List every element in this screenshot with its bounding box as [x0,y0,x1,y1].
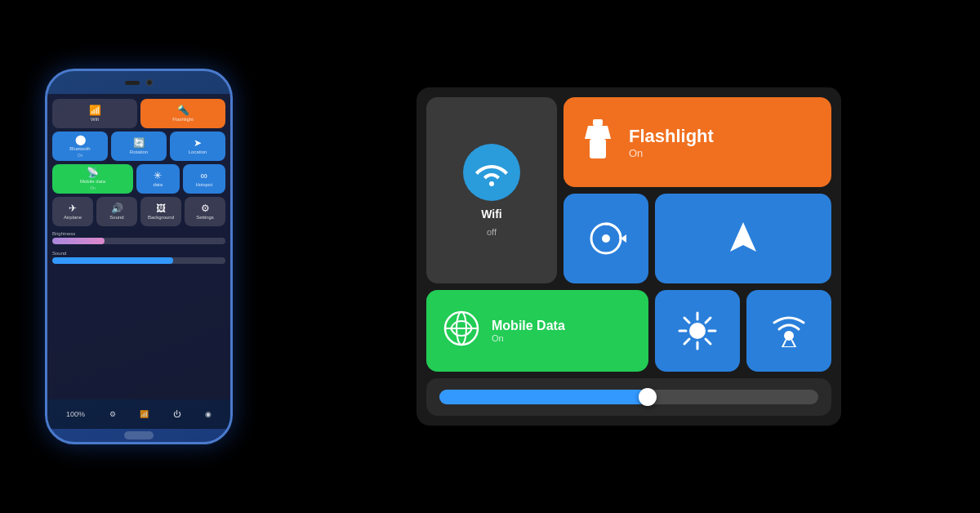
panel-flashlight-sub: On [629,147,714,159]
cp-data2-tile[interactable]: ✳ data [136,164,180,194]
cp-rotation-tile[interactable]: 🔄 Rotation [111,132,167,161]
hotspot-large-icon [769,314,808,347]
svg-line-18 [706,318,710,323]
panel-mobiledata-sub: On [492,333,565,343]
phone-power-icon: ⏻ [173,410,180,418]
control-panel: Wifi off Flashlight On [416,87,841,426]
wifi-svg-icon [474,158,510,186]
panel-slider-track[interactable] [439,390,818,404]
cp-flashlight-tile[interactable]: 🔦 Flashlight [140,99,225,128]
airplane-icon: ✈ [69,203,77,213]
cp-hotspot-label: Hotspot [195,182,212,187]
cp-rotation-label: Rotation [130,149,148,154]
settings-icon: ⚙ [201,203,210,213]
cp-airplane-tile[interactable]: ✈ Airplane [52,197,93,226]
phone-screen: 📶 Wifi 🔦 Flashlight ⬤ Bluetooth On 🔄 Rot… [47,94,230,399]
large-panel-wrapper: Wifi off Flashlight On [278,0,980,513]
panel-mobiledata-label: Mobile Data [492,319,565,333]
rotation-large-icon [586,218,626,259]
svg-rect-0 [593,119,603,126]
panel-location-tile[interactable] [655,194,831,283]
cp-settings-label: Settings [196,215,214,220]
panel-wifi-tile[interactable]: Wifi off [426,97,557,283]
panel-grid: Wifi off Flashlight On [426,97,831,372]
brightness-phone-icon: ✳ [154,171,162,181]
cp-data2-label: data [153,182,163,187]
location-large-icon [722,217,764,260]
brightness-slider-row: Brightness [52,230,225,246]
cp-sound-label: Sound [109,215,123,220]
svg-line-19 [684,339,689,344]
panel-flashlight-label: Flashlight [629,126,714,147]
phone-settings-icon: ⚙ [109,410,116,418]
background-icon: 🖼 [156,203,166,213]
svg-point-11 [689,323,706,339]
panel-flashlight-tile[interactable]: Flashlight On [564,97,831,187]
cp-mobiledata-tile[interactable]: 📡 Mobile data On [52,164,133,194]
phone-battery: 100% [66,410,85,418]
mobiledata-icon: 📡 [87,167,99,177]
cp-bluetooth-sub: On [78,153,83,158]
phone-camera [146,79,153,86]
cp-bluetooth-tile[interactable]: ⬤ Bluetooth On [52,132,108,161]
cp-location-tile[interactable]: ➤ Location [170,132,225,161]
panel-rotation-tile[interactable] [564,194,648,283]
panel-flashlight-texts: Flashlight On [629,126,714,159]
cp-row-4: ✈ Airplane 🔊 Sound 🖼 Background ⚙ Settin… [52,197,225,226]
sound-slider-fill [52,257,173,264]
cp-mobiledata-sub: On [90,185,96,190]
panel-brightness-tile[interactable] [655,290,740,372]
rotation-icon: 🔄 [133,138,145,148]
panel-mobiledata-texts: Mobile Data On [492,319,565,343]
panel-slider-fill [439,390,648,404]
svg-rect-2 [590,139,606,158]
brightness-slider-fill [52,238,105,244]
brightness-slider-track[interactable] [52,238,225,244]
panel-wifi-label: Wifi [481,207,502,221]
cp-row-3: 📡 Mobile data On ✳ data ∞ Hotspot [52,164,225,194]
panel-wifi-sub: off [487,227,497,237]
cp-hotspot-tile[interactable]: ∞ Hotspot [183,164,226,194]
svg-rect-3 [595,144,601,145]
brightness-slider-label: Brightness [52,231,225,236]
cp-mobiledata-label: Mobile data [80,179,105,184]
svg-marker-1 [585,126,611,139]
sound-slider-track[interactable] [52,257,225,264]
cp-airplane-label: Airplane [64,215,82,220]
brightness-large-icon [678,311,717,350]
phone-camera2-icon: ◉ [205,410,212,418]
panel-hotspot-tile[interactable] [746,290,831,372]
phone-mockup: 📶 Wifi 🔦 Flashlight ⬤ Bluetooth On 🔄 Rot… [0,0,278,513]
cp-flashlight-label: Flashlight [172,117,194,122]
location-icon: ➤ [194,138,202,148]
phone-signal-icon: 📶 [140,410,149,418]
cp-sound-tile[interactable]: 🔊 Sound [96,197,137,226]
bluetooth-icon: ⬤ [75,135,86,145]
hotspot-phone-icon: ∞ [200,171,207,181]
cp-settings-tile[interactable]: ⚙ Settings [185,197,225,226]
svg-marker-7 [730,222,756,252]
svg-line-21 [782,341,786,347]
cp-bluetooth-label: Bluetooth [69,146,90,151]
svg-line-22 [792,341,795,347]
sound-slider-label: Sound [52,251,225,256]
cp-wifi-tile[interactable]: 📶 Wifi [52,99,137,128]
phone-bottom-bar: 100% ⚙ 📶 ⏻ ◉ [47,399,230,429]
phone-speaker [125,81,140,85]
svg-point-6 [602,234,610,243]
cp-row-2: ⬤ Bluetooth On 🔄 Rotation ➤ Location [52,132,225,161]
sound-icon: 🔊 [111,203,123,213]
cp-wifi-label: Wifi [91,117,99,122]
cp-row-1: 📶 Wifi 🔦 Flashlight [52,99,225,128]
phone-home-button[interactable] [124,431,154,439]
panel-mobiledata-tile[interactable]: Mobile Data On [426,290,648,372]
svg-line-16 [684,318,689,323]
cp-background-tile[interactable]: 🖼 Background [140,197,181,226]
mobiledata-svg-icon [443,310,480,347]
flashlight-large-icon [583,119,612,166]
svg-line-17 [706,339,710,344]
phone-notch [47,71,230,94]
panel-slider-thumb[interactable] [639,388,657,406]
wifi-circle [463,144,520,201]
flashlight-icon: 🔦 [177,105,189,115]
